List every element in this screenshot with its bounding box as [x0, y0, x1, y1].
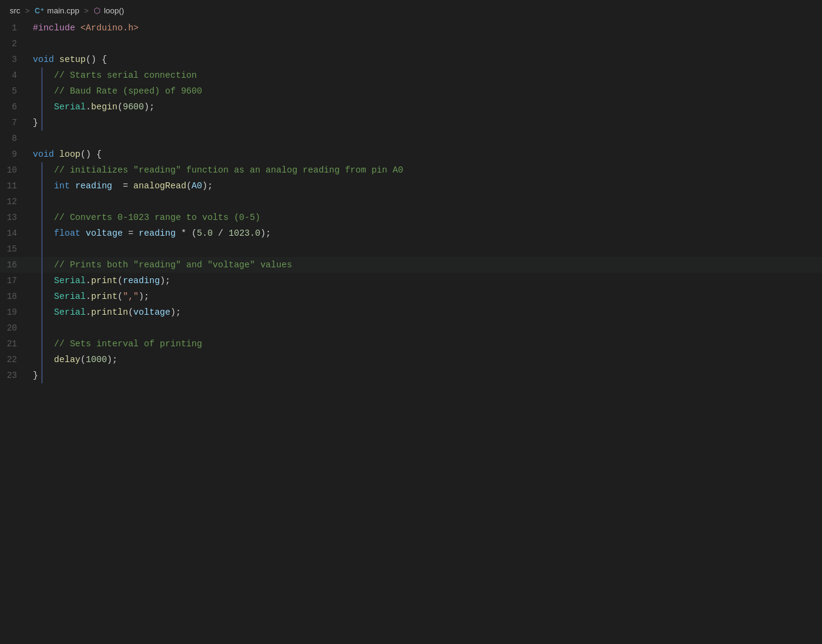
code-content[interactable]: Serial.print(reading); [28, 273, 170, 289]
code-content[interactable]: // Starts serial connection [28, 67, 197, 83]
code-line: 22 delay(1000); [0, 352, 822, 368]
code-line: 23} [0, 368, 822, 383]
breadcrumb-sep2: > [84, 6, 89, 15]
line-number: 19 [0, 304, 28, 320]
code-line: 19 Serial.println(voltage); [0, 304, 822, 320]
token-plain [213, 228, 218, 238]
token-fn-name: print [91, 276, 118, 286]
token-punctuation: () { [86, 55, 107, 64]
token-punctuation: ( [186, 181, 192, 191]
token-punctuation: } [33, 371, 38, 380]
token-plain: . [86, 102, 91, 112]
code-line: 14 float voltage = reading * (5.0 / 1023… [0, 225, 822, 241]
code-content[interactable]: Serial.println(voltage); [28, 304, 181, 320]
token-var-name: reading [139, 228, 176, 238]
code-content[interactable]: int reading = analogRead(A0); [28, 178, 213, 194]
code-content[interactable]: Serial.print(","); [28, 289, 149, 304]
cpp-icon: C⁺ [35, 7, 44, 15]
token-punctuation: ); [107, 355, 117, 365]
token-fn-serial: Serial [54, 292, 86, 301]
code-line: 1#include <Arduino.h> [0, 20, 822, 36]
token-var-name: reading [123, 276, 160, 286]
code-content[interactable]: #include <Arduino.h> [28, 20, 139, 36]
code-content[interactable]: // Baud Rate (speed) of 9600 [28, 83, 202, 99]
code-content[interactable]: void loop() { [28, 146, 102, 162]
code-line: 7} [0, 115, 822, 131]
token-operator: / [218, 228, 224, 238]
token-kw-void: void [33, 149, 54, 159]
code-line: 3void setup() { [0, 52, 822, 67]
token-var-name: reading [75, 181, 112, 191]
line-number: 21 [0, 336, 28, 352]
token-comment: // Converts 0-1023 range to volts (0-5) [54, 213, 260, 222]
code-content[interactable]: // Converts 0-1023 range to volts (0-5) [28, 210, 260, 225]
token-plain [54, 149, 60, 159]
token-plain [186, 228, 192, 238]
line-number: 12 [0, 194, 28, 210]
token-punctuation: ); [139, 292, 149, 301]
token-punctuation: ( [117, 102, 123, 112]
line-number: 23 [0, 368, 28, 383]
token-punctuation: ); [160, 276, 170, 286]
token-var-name: A0 [192, 181, 202, 191]
token-punctuation: ); [144, 102, 154, 112]
line-number: 10 [0, 162, 28, 178]
token-plain [133, 228, 139, 238]
breadcrumb-loop[interactable]: loop() [104, 6, 124, 15]
token-plain [70, 181, 75, 191]
code-editor: 1#include <Arduino.h>23void setup() {4 /… [0, 20, 822, 383]
code-content[interactable]: // Sets interval of printing [28, 336, 202, 352]
code-content[interactable]: } [28, 115, 38, 131]
breadcrumb-bar: src > C⁺ main.cpp > ⬡ loop() [0, 0, 822, 20]
token-string: "," [123, 292, 139, 301]
line-number: 1 [0, 20, 28, 36]
token-comment: // Baud Rate (speed) of 9600 [54, 86, 202, 96]
token-operator: = [123, 181, 128, 191]
token-comment: // Prints both "reading" and "voltage" v… [54, 260, 292, 270]
code-content[interactable]: void setup() { [28, 52, 107, 67]
token-fn-serial: Serial [54, 307, 86, 317]
line-number: 3 [0, 52, 28, 67]
token-plain: . [86, 276, 91, 286]
token-plain [223, 228, 229, 238]
token-fn-name: analogRead [133, 181, 186, 191]
token-kw-float: float [54, 228, 81, 238]
token-number: 1023.0 [229, 228, 260, 238]
line-number: 6 [0, 99, 28, 115]
token-fn-name: begin [91, 102, 118, 112]
breadcrumb-cpp[interactable]: main.cpp [47, 6, 80, 15]
token-plain [80, 228, 86, 238]
token-plain: . [86, 307, 91, 317]
line-number: 4 [0, 67, 28, 83]
token-var-name: voltage [86, 228, 123, 238]
code-content[interactable]: float voltage = reading * (5.0 / 1023.0)… [28, 225, 271, 241]
code-line: 13 // Converts 0-1023 range to volts (0-… [0, 210, 822, 225]
code-content[interactable]: // Prints both "reading" and "voltage" v… [28, 257, 292, 273]
token-fn-name: delay [54, 355, 81, 365]
token-punctuation: } [33, 118, 38, 128]
token-plain [176, 228, 181, 238]
token-punctuation: ); [202, 181, 212, 191]
code-line: 9void loop() { [0, 146, 822, 162]
code-line: 12 [0, 194, 822, 210]
token-punctuation: ( [192, 228, 197, 238]
line-number: 8 [0, 131, 28, 146]
line-number: 14 [0, 225, 28, 241]
code-content[interactable]: Serial.begin(9600); [28, 99, 154, 115]
line-number: 18 [0, 289, 28, 304]
token-comment: // initializes "reading" function as an … [54, 165, 403, 175]
code-line: 11 int reading = analogRead(A0); [0, 178, 822, 194]
breadcrumb-src[interactable]: src [10, 6, 20, 15]
token-punctuation: ); [260, 228, 271, 238]
breadcrumb-sep1: > [25, 6, 30, 15]
token-comment: // Starts serial connection [54, 70, 197, 80]
code-line: 21 // Sets interval of printing [0, 336, 822, 352]
code-content[interactable]: // initializes "reading" function as an … [28, 162, 403, 178]
token-plain [54, 55, 60, 64]
code-line: 15 [0, 241, 822, 257]
code-content[interactable]: } [28, 368, 38, 383]
code-line: 8 [0, 131, 822, 146]
line-number: 2 [0, 36, 28, 52]
line-number: 11 [0, 178, 28, 194]
token-fn-name: loop [60, 149, 81, 159]
